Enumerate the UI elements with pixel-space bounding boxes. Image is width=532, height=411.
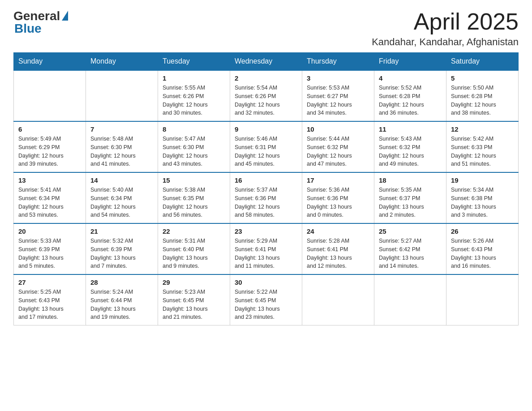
calendar-cell: 19Sunrise: 5:34 AM Sunset: 6:38 PM Dayli…: [446, 172, 519, 223]
calendar-cell: [14, 70, 86, 121]
day-info: Sunrise: 5:32 AM Sunset: 6:39 PM Dayligh…: [90, 237, 153, 270]
day-info: Sunrise: 5:54 AM Sunset: 6:26 PM Dayligh…: [235, 84, 297, 117]
location-subtitle: Kandahar, Kandahar, Afghanistan: [372, 36, 519, 48]
day-number: 12: [451, 125, 514, 133]
day-number: 14: [90, 176, 153, 184]
day-number: 24: [307, 227, 369, 235]
calendar-cell: 2Sunrise: 5:54 AM Sunset: 6:26 PM Daylig…: [230, 70, 302, 121]
calendar-cell: 14Sunrise: 5:40 AM Sunset: 6:34 PM Dayli…: [86, 172, 158, 223]
title-section: April 2025 Kandahar, Kandahar, Afghanist…: [372, 9, 519, 48]
day-number: 13: [18, 176, 81, 184]
day-info: Sunrise: 5:48 AM Sunset: 6:30 PM Dayligh…: [90, 135, 153, 168]
logo-triangle-icon: [62, 11, 68, 21]
day-number: 20: [18, 227, 81, 235]
day-info: Sunrise: 5:28 AM Sunset: 6:41 PM Dayligh…: [307, 237, 369, 270]
day-info: Sunrise: 5:35 AM Sunset: 6:37 PM Dayligh…: [379, 186, 442, 219]
calendar-cell: 10Sunrise: 5:44 AM Sunset: 6:32 PM Dayli…: [302, 121, 374, 172]
calendar-cell: 8Sunrise: 5:47 AM Sunset: 6:30 PM Daylig…: [158, 121, 230, 172]
calendar-cell: 21Sunrise: 5:32 AM Sunset: 6:39 PM Dayli…: [86, 223, 158, 274]
day-info: Sunrise: 5:43 AM Sunset: 6:32 PM Dayligh…: [379, 135, 442, 168]
day-number: 4: [379, 74, 442, 82]
calendar-cell: 26Sunrise: 5:26 AM Sunset: 6:43 PM Dayli…: [446, 223, 519, 274]
calendar-cell: [446, 274, 519, 325]
day-info: Sunrise: 5:47 AM Sunset: 6:30 PM Dayligh…: [163, 135, 225, 168]
calendar-cell: 16Sunrise: 5:37 AM Sunset: 6:36 PM Dayli…: [230, 172, 302, 223]
day-info: Sunrise: 5:25 AM Sunset: 6:43 PM Dayligh…: [18, 288, 81, 321]
day-info: Sunrise: 5:27 AM Sunset: 6:42 PM Dayligh…: [379, 237, 442, 270]
week-row-4: 20Sunrise: 5:33 AM Sunset: 6:39 PM Dayli…: [14, 223, 519, 274]
weekday-header-saturday: Saturday: [446, 53, 519, 71]
calendar-cell: 15Sunrise: 5:38 AM Sunset: 6:35 PM Dayli…: [158, 172, 230, 223]
weekday-header-tuesday: Tuesday: [158, 53, 230, 71]
week-row-1: 1Sunrise: 5:55 AM Sunset: 6:26 PM Daylig…: [14, 70, 519, 121]
month-title: April 2025: [372, 9, 519, 34]
day-number: 1: [163, 74, 225, 82]
day-number: 10: [307, 125, 369, 133]
calendar-cell: 23Sunrise: 5:29 AM Sunset: 6:41 PM Dayli…: [230, 223, 302, 274]
day-info: Sunrise: 5:55 AM Sunset: 6:26 PM Dayligh…: [163, 84, 225, 117]
day-number: 22: [163, 227, 225, 235]
weekday-header-row: SundayMondayTuesdayWednesdayThursdayFrid…: [14, 53, 519, 71]
day-number: 11: [379, 125, 442, 133]
day-info: Sunrise: 5:38 AM Sunset: 6:35 PM Dayligh…: [163, 186, 225, 219]
calendar-cell: 18Sunrise: 5:35 AM Sunset: 6:37 PM Dayli…: [374, 172, 446, 223]
day-number: 30: [235, 278, 297, 286]
day-info: Sunrise: 5:41 AM Sunset: 6:34 PM Dayligh…: [18, 186, 81, 219]
day-info: Sunrise: 5:31 AM Sunset: 6:40 PM Dayligh…: [163, 237, 225, 270]
day-info: Sunrise: 5:44 AM Sunset: 6:32 PM Dayligh…: [307, 135, 369, 168]
day-number: 21: [90, 227, 153, 235]
day-info: Sunrise: 5:40 AM Sunset: 6:34 PM Dayligh…: [90, 186, 153, 219]
day-number: 25: [379, 227, 442, 235]
day-info: Sunrise: 5:33 AM Sunset: 6:39 PM Dayligh…: [18, 237, 81, 270]
day-info: Sunrise: 5:24 AM Sunset: 6:44 PM Dayligh…: [90, 288, 153, 321]
day-number: 27: [18, 278, 81, 286]
day-info: Sunrise: 5:46 AM Sunset: 6:31 PM Dayligh…: [235, 135, 297, 168]
day-number: 19: [451, 176, 514, 184]
day-number: 7: [90, 125, 153, 133]
day-info: Sunrise: 5:52 AM Sunset: 6:28 PM Dayligh…: [379, 84, 442, 117]
day-info: Sunrise: 5:23 AM Sunset: 6:45 PM Dayligh…: [163, 288, 225, 321]
calendar-cell: 27Sunrise: 5:25 AM Sunset: 6:43 PM Dayli…: [14, 274, 86, 325]
week-row-3: 13Sunrise: 5:41 AM Sunset: 6:34 PM Dayli…: [14, 172, 519, 223]
calendar-cell: [86, 70, 158, 121]
calendar-cell: 13Sunrise: 5:41 AM Sunset: 6:34 PM Dayli…: [14, 172, 86, 223]
calendar-cell: 17Sunrise: 5:36 AM Sunset: 6:36 PM Dayli…: [302, 172, 374, 223]
weekday-header-monday: Monday: [86, 53, 158, 71]
day-number: 16: [235, 176, 297, 184]
day-number: 18: [379, 176, 442, 184]
calendar-cell: 25Sunrise: 5:27 AM Sunset: 6:42 PM Dayli…: [374, 223, 446, 274]
calendar-cell: 29Sunrise: 5:23 AM Sunset: 6:45 PM Dayli…: [158, 274, 230, 325]
day-number: 5: [451, 74, 514, 82]
weekday-header-thursday: Thursday: [302, 53, 374, 71]
weekday-header-sunday: Sunday: [14, 53, 86, 71]
calendar-cell: 1Sunrise: 5:55 AM Sunset: 6:26 PM Daylig…: [158, 70, 230, 121]
day-info: Sunrise: 5:37 AM Sunset: 6:36 PM Dayligh…: [235, 186, 297, 219]
calendar-cell: [374, 274, 446, 325]
day-number: 3: [307, 74, 369, 82]
week-row-5: 27Sunrise: 5:25 AM Sunset: 6:43 PM Dayli…: [14, 274, 519, 325]
calendar-cell: 7Sunrise: 5:48 AM Sunset: 6:30 PM Daylig…: [86, 121, 158, 172]
logo: General Blue: [13, 9, 68, 36]
day-number: 23: [235, 227, 297, 235]
weekday-header-wednesday: Wednesday: [230, 53, 302, 71]
day-info: Sunrise: 5:22 AM Sunset: 6:45 PM Dayligh…: [235, 288, 297, 321]
day-info: Sunrise: 5:42 AM Sunset: 6:33 PM Dayligh…: [451, 135, 514, 168]
day-number: 28: [90, 278, 153, 286]
calendar-table: SundayMondayTuesdayWednesdayThursdayFrid…: [13, 52, 519, 325]
week-row-2: 6Sunrise: 5:49 AM Sunset: 6:29 PM Daylig…: [14, 121, 519, 172]
weekday-header-friday: Friday: [374, 53, 446, 71]
calendar-cell: 6Sunrise: 5:49 AM Sunset: 6:29 PM Daylig…: [14, 121, 86, 172]
calendar-cell: 4Sunrise: 5:52 AM Sunset: 6:28 PM Daylig…: [374, 70, 446, 121]
day-info: Sunrise: 5:53 AM Sunset: 6:27 PM Dayligh…: [307, 84, 369, 117]
day-info: Sunrise: 5:50 AM Sunset: 6:28 PM Dayligh…: [451, 84, 514, 117]
day-info: Sunrise: 5:49 AM Sunset: 6:29 PM Dayligh…: [18, 135, 81, 168]
calendar-cell: 12Sunrise: 5:42 AM Sunset: 6:33 PM Dayli…: [446, 121, 519, 172]
day-number: 8: [163, 125, 225, 133]
day-number: 26: [451, 227, 514, 235]
calendar-cell: 3Sunrise: 5:53 AM Sunset: 6:27 PM Daylig…: [302, 70, 374, 121]
day-number: 2: [235, 74, 297, 82]
day-number: 29: [163, 278, 225, 286]
calendar-cell: 5Sunrise: 5:50 AM Sunset: 6:28 PM Daylig…: [446, 70, 519, 121]
calendar-cell: 22Sunrise: 5:31 AM Sunset: 6:40 PM Dayli…: [158, 223, 230, 274]
day-number: 9: [235, 125, 297, 133]
